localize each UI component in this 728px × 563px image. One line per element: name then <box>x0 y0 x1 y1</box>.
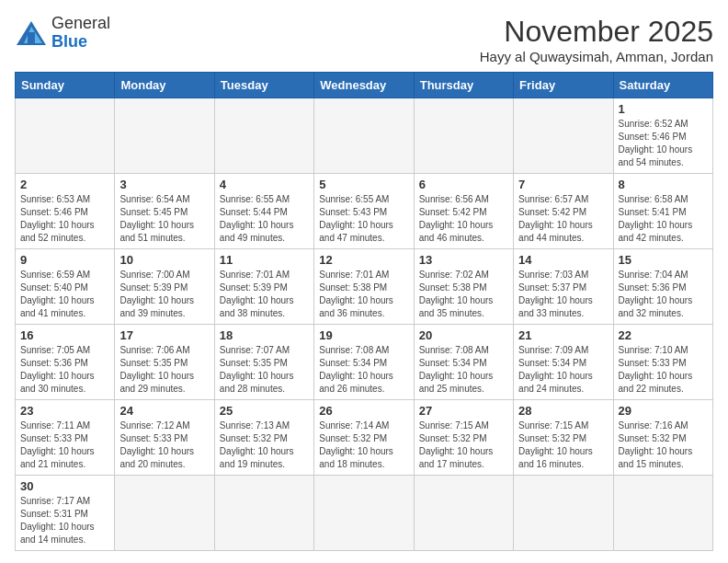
calendar-cell <box>613 476 712 551</box>
day-info: Sunrise: 7:04 AM Sunset: 5:36 PM Dayligh… <box>619 269 708 320</box>
day-info: Sunrise: 7:10 AM Sunset: 5:33 PM Dayligh… <box>619 344 708 396</box>
logo-text: General Blue <box>51 15 110 52</box>
calendar-cell: 13Sunrise: 7:02 AM Sunset: 5:38 PM Dayli… <box>414 249 513 325</box>
week-row-5: 23Sunrise: 7:11 AM Sunset: 5:33 PM Dayli… <box>16 400 713 476</box>
day-info: Sunrise: 7:08 AM Sunset: 5:34 PM Dayligh… <box>319 344 408 396</box>
day-info: Sunrise: 7:06 AM Sunset: 5:35 PM Dayligh… <box>119 344 209 396</box>
calendar-cell: 30Sunrise: 7:17 AM Sunset: 5:31 PM Dayli… <box>16 476 115 551</box>
day-info: Sunrise: 7:07 AM Sunset: 5:35 PM Dayligh… <box>220 344 309 396</box>
day-number: 4 <box>220 178 309 191</box>
calendar-cell: 16Sunrise: 7:05 AM Sunset: 5:36 PM Dayli… <box>16 325 115 400</box>
weekday-header-saturday: Saturday <box>613 73 712 98</box>
day-info: Sunrise: 7:15 AM Sunset: 5:32 PM Dayligh… <box>419 419 508 471</box>
calendar-cell: 8Sunrise: 6:58 AM Sunset: 5:41 PM Daylig… <box>613 174 712 249</box>
day-number: 30 <box>20 479 109 493</box>
weekday-header-thursday: Thursday <box>414 73 513 98</box>
day-number: 20 <box>419 328 508 342</box>
calendar-cell: 2Sunrise: 6:53 AM Sunset: 5:46 PM Daylig… <box>16 174 115 249</box>
calendar-cell: 26Sunrise: 7:14 AM Sunset: 5:32 PM Dayli… <box>314 400 414 476</box>
svg-rect-2 <box>28 32 35 43</box>
day-info: Sunrise: 6:52 AM Sunset: 5:46 PM Dayligh… <box>619 118 708 169</box>
calendar-cell <box>514 476 613 551</box>
day-number: 12 <box>319 253 408 267</box>
week-row-3: 9Sunrise: 6:59 AM Sunset: 5:40 PM Daylig… <box>16 249 713 325</box>
logo-blue: Blue <box>51 32 87 51</box>
day-number: 29 <box>619 404 708 418</box>
calendar-table: SundayMondayTuesdayWednesdayThursdayFrid… <box>15 72 713 551</box>
day-number: 5 <box>319 178 408 191</box>
calendar-cell <box>314 476 414 551</box>
day-number: 10 <box>119 253 209 267</box>
calendar-cell <box>214 476 313 551</box>
day-info: Sunrise: 7:09 AM Sunset: 5:34 PM Dayligh… <box>518 344 608 396</box>
day-info: Sunrise: 7:13 AM Sunset: 5:32 PM Dayligh… <box>220 419 309 471</box>
day-number: 8 <box>619 178 708 191</box>
day-number: 3 <box>119 178 209 191</box>
day-info: Sunrise: 7:02 AM Sunset: 5:38 PM Dayligh… <box>419 269 508 320</box>
calendar-cell <box>414 476 513 551</box>
day-number: 27 <box>419 404 508 418</box>
day-info: Sunrise: 7:03 AM Sunset: 5:37 PM Dayligh… <box>518 269 608 320</box>
day-number: 25 <box>220 404 309 418</box>
day-number: 24 <box>119 404 209 418</box>
calendar-cell <box>115 476 214 551</box>
calendar-cell: 18Sunrise: 7:07 AM Sunset: 5:35 PM Dayli… <box>214 325 313 400</box>
week-row-2: 2Sunrise: 6:53 AM Sunset: 5:46 PM Daylig… <box>16 174 713 249</box>
day-info: Sunrise: 7:01 AM Sunset: 5:39 PM Dayligh… <box>220 269 309 320</box>
day-number: 7 <box>518 178 608 191</box>
calendar-cell: 7Sunrise: 6:57 AM Sunset: 5:42 PM Daylig… <box>514 174 613 249</box>
day-info: Sunrise: 7:12 AM Sunset: 5:33 PM Dayligh… <box>119 419 209 471</box>
day-number: 11 <box>220 253 309 267</box>
calendar-cell: 10Sunrise: 7:00 AM Sunset: 5:39 PM Dayli… <box>115 249 214 325</box>
day-number: 17 <box>119 328 209 342</box>
day-number: 16 <box>20 328 109 342</box>
day-info: Sunrise: 6:55 AM Sunset: 5:44 PM Dayligh… <box>220 193 309 245</box>
day-info: Sunrise: 7:11 AM Sunset: 5:33 PM Dayligh… <box>20 419 109 471</box>
day-info: Sunrise: 6:58 AM Sunset: 5:41 PM Dayligh… <box>619 193 708 245</box>
day-number: 18 <box>220 328 309 342</box>
week-row-1: 1Sunrise: 6:52 AM Sunset: 5:46 PM Daylig… <box>16 98 713 174</box>
day-info: Sunrise: 7:14 AM Sunset: 5:32 PM Dayligh… <box>319 419 408 471</box>
day-number: 28 <box>518 404 608 418</box>
weekday-header-tuesday: Tuesday <box>214 73 313 98</box>
day-info: Sunrise: 6:55 AM Sunset: 5:43 PM Dayligh… <box>319 193 408 245</box>
calendar-cell: 1Sunrise: 6:52 AM Sunset: 5:46 PM Daylig… <box>613 98 712 174</box>
weekday-header-sunday: Sunday <box>16 73 115 98</box>
day-info: Sunrise: 7:01 AM Sunset: 5:38 PM Dayligh… <box>319 269 408 320</box>
day-number: 14 <box>518 253 608 267</box>
day-info: Sunrise: 7:00 AM Sunset: 5:39 PM Dayligh… <box>119 269 209 320</box>
day-number: 22 <box>619 328 708 342</box>
calendar-cell <box>314 98 414 174</box>
calendar-cell: 25Sunrise: 7:13 AM Sunset: 5:32 PM Dayli… <box>214 400 313 476</box>
location-title: Hayy al Quwaysimah, Amman, Jordan <box>480 49 713 64</box>
weekday-header-row: SundayMondayTuesdayWednesdayThursdayFrid… <box>16 73 713 98</box>
calendar-cell: 29Sunrise: 7:16 AM Sunset: 5:32 PM Dayli… <box>613 400 712 476</box>
logo: General Blue <box>15 15 110 52</box>
calendar-cell <box>115 98 214 174</box>
calendar-cell: 21Sunrise: 7:09 AM Sunset: 5:34 PM Dayli… <box>514 325 613 400</box>
day-number: 15 <box>619 253 708 267</box>
calendar-cell: 14Sunrise: 7:03 AM Sunset: 5:37 PM Dayli… <box>514 249 613 325</box>
calendar-cell: 22Sunrise: 7:10 AM Sunset: 5:33 PM Dayli… <box>613 325 712 400</box>
day-number: 9 <box>20 253 109 267</box>
calendar-cell: 12Sunrise: 7:01 AM Sunset: 5:38 PM Dayli… <box>314 249 414 325</box>
logo-icon <box>15 19 48 47</box>
month-title: November 2025 <box>480 15 713 49</box>
day-number: 23 <box>20 404 109 418</box>
calendar-cell: 24Sunrise: 7:12 AM Sunset: 5:33 PM Dayli… <box>115 400 214 476</box>
day-info: Sunrise: 7:16 AM Sunset: 5:32 PM Dayligh… <box>619 419 708 471</box>
title-area: November 2025 Hayy al Quwaysimah, Amman,… <box>480 15 713 64</box>
logo-general: General <box>51 14 110 32</box>
day-number: 2 <box>20 178 109 191</box>
weekday-header-wednesday: Wednesday <box>314 73 414 98</box>
weekday-header-monday: Monday <box>115 73 214 98</box>
day-info: Sunrise: 7:15 AM Sunset: 5:32 PM Dayligh… <box>518 419 608 471</box>
calendar-cell: 28Sunrise: 7:15 AM Sunset: 5:32 PM Dayli… <box>514 400 613 476</box>
day-info: Sunrise: 7:05 AM Sunset: 5:36 PM Dayligh… <box>20 344 109 396</box>
day-info: Sunrise: 6:53 AM Sunset: 5:46 PM Dayligh… <box>20 193 109 245</box>
calendar-cell: 5Sunrise: 6:55 AM Sunset: 5:43 PM Daylig… <box>314 174 414 249</box>
day-info: Sunrise: 6:57 AM Sunset: 5:42 PM Dayligh… <box>518 193 608 245</box>
day-number: 19 <box>319 328 408 342</box>
calendar-cell: 15Sunrise: 7:04 AM Sunset: 5:36 PM Dayli… <box>613 249 712 325</box>
calendar-cell: 17Sunrise: 7:06 AM Sunset: 5:35 PM Dayli… <box>115 325 214 400</box>
